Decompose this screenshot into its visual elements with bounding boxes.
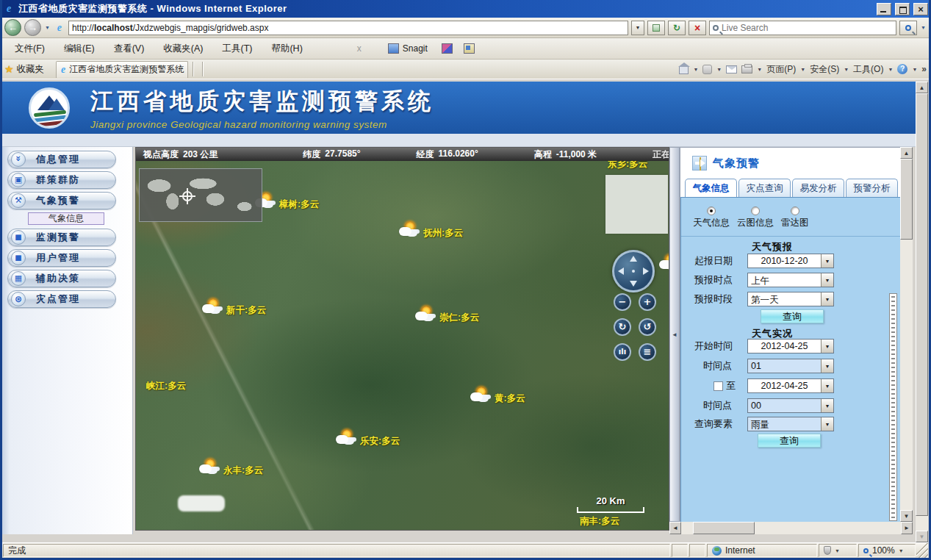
map-viewport[interactable]: 视点高度203 公里 纬度27.7585° 经度116.0260° 高程-11,… bbox=[135, 147, 669, 531]
scrollbar-track[interactable] bbox=[681, 522, 901, 534]
mail-icon[interactable] bbox=[726, 65, 737, 73]
scrollbar-thumb[interactable] bbox=[693, 522, 755, 534]
search-go-button[interactable] bbox=[899, 21, 917, 35]
feed-dropdown-icon[interactable] bbox=[716, 67, 722, 72]
rotate-ccw-button[interactable]: ↺ bbox=[639, 318, 656, 336]
rotate-cw-button[interactable]: ↻ bbox=[614, 318, 631, 336]
help-icon[interactable]: ? bbox=[897, 64, 907, 74]
actual-start-date-select[interactable]: 2012-04-25 bbox=[747, 339, 834, 353]
snagit-capture-icon[interactable] bbox=[442, 43, 453, 54]
forecast-query-button[interactable]: 查询 bbox=[761, 309, 824, 323]
minimize-button[interactable] bbox=[877, 3, 891, 15]
history-dropdown-icon[interactable] bbox=[44, 25, 51, 30]
weather-marker[interactable]: 樟树:多云 bbox=[255, 193, 319, 211]
overflow-chevron-icon[interactable]: » bbox=[921, 64, 927, 74]
sidebar-item-user-management[interactable]: 用户管理 bbox=[7, 249, 116, 267]
to-date-checkbox[interactable] bbox=[713, 381, 723, 391]
zoom-out-button[interactable]: − bbox=[614, 293, 631, 311]
help-dropdown-icon[interactable] bbox=[912, 67, 917, 72]
dropdown-arrow-icon[interactable] bbox=[821, 273, 833, 287]
dropdown-arrow-icon[interactable] bbox=[821, 379, 833, 392]
start-date-select[interactable]: 2010-12-20 bbox=[747, 254, 834, 268]
sidebar-item-disaster-point-management[interactable]: 灾点管理 bbox=[7, 290, 116, 308]
toolbar-close-x[interactable]: x bbox=[350, 43, 369, 54]
print-dropdown-icon[interactable] bbox=[757, 67, 762, 72]
scrollbar-thumb[interactable] bbox=[900, 159, 913, 240]
tab-susceptibility-analysis[interactable]: 易发分析 bbox=[792, 179, 844, 197]
weather-marker[interactable]: 黄:多云 bbox=[470, 387, 525, 405]
menu-help[interactable]: 帮助(H) bbox=[262, 40, 311, 57]
search-box[interactable] bbox=[709, 21, 896, 35]
favorites-label[interactable]: 收藏夹 bbox=[17, 63, 45, 76]
weather-marker[interactable]: 抚州:多云 bbox=[399, 222, 463, 240]
scroll-up-button[interactable] bbox=[916, 82, 928, 93]
overview-map-inset[interactable] bbox=[139, 168, 262, 222]
printer-icon[interactable] bbox=[741, 65, 752, 73]
weather-marker[interactable]: 峡江:多云 bbox=[146, 380, 186, 392]
dropdown-arrow-icon[interactable] bbox=[821, 340, 833, 353]
scroll-down-button[interactable] bbox=[900, 510, 913, 522]
weather-marker[interactable] bbox=[659, 255, 669, 273]
dropdown-arrow-icon[interactable] bbox=[821, 399, 833, 412]
scroll-left-button[interactable] bbox=[669, 522, 681, 534]
weather-marker[interactable]: 崇仁:多云 bbox=[415, 306, 479, 324]
sidebar-item-monitoring-warning[interactable]: 监测预警 bbox=[7, 229, 116, 246]
weather-marker[interactable]: 新干:多云 bbox=[202, 299, 266, 317]
radio-cloud-image[interactable]: 云图信息 bbox=[737, 207, 774, 229]
favorites-star-icon[interactable]: ★ bbox=[4, 63, 14, 75]
forecast-period-select[interactable]: 第一天 bbox=[747, 292, 834, 306]
weather-marker[interactable]: 南丰:多云 bbox=[580, 515, 619, 528]
protected-mode-cell[interactable] bbox=[819, 544, 857, 557]
menu-favorites[interactable]: 收藏夹(A) bbox=[154, 40, 212, 57]
back-button[interactable]: ← bbox=[4, 19, 21, 36]
browser-tab[interactable]: e 江西省地质灾害监测预警系统 bbox=[56, 61, 188, 78]
layers-button[interactable]: ≡ bbox=[639, 343, 656, 361]
security-dropdown-icon[interactable] bbox=[844, 67, 849, 72]
url-dropdown-button[interactable] bbox=[631, 21, 644, 35]
search-input[interactable] bbox=[722, 23, 893, 33]
weather-marker[interactable]: 乐安:多云 bbox=[336, 430, 400, 448]
tools-dropdown-icon[interactable] bbox=[888, 67, 893, 72]
sidebar-item-weather-warning[interactable]: 气象预警 bbox=[7, 192, 116, 209]
menu-file[interactable]: 文件(F) bbox=[6, 40, 54, 57]
start-hour-select[interactable]: 01 bbox=[747, 359, 834, 373]
forward-button[interactable]: → bbox=[24, 19, 41, 36]
zoom-control[interactable]: 100% bbox=[858, 544, 916, 557]
zoom-in-button[interactable]: + bbox=[639, 293, 656, 311]
snagit-toolbar[interactable]: Snagit bbox=[388, 43, 475, 54]
page-dropdown-icon[interactable] bbox=[800, 67, 805, 72]
home-icon[interactable] bbox=[679, 66, 689, 74]
tab-warning-analysis[interactable]: 预警分析 bbox=[846, 179, 898, 197]
dropdown-arrow-icon[interactable] bbox=[821, 417, 833, 431]
end-hour-select[interactable]: 00 bbox=[747, 398, 834, 413]
weather-marker[interactable]: 永丰:多云 bbox=[199, 459, 263, 477]
scroll-up-button[interactable] bbox=[900, 147, 913, 159]
map-pan-control[interactable] bbox=[612, 250, 655, 292]
end-date-select[interactable]: 2012-04-25 bbox=[747, 378, 834, 393]
scroll-right-button[interactable] bbox=[901, 522, 913, 534]
menu-view[interactable]: 查看(V) bbox=[105, 40, 154, 57]
radio-radar-image[interactable]: 雷达图 bbox=[781, 207, 809, 229]
dropdown-arrow-icon[interactable] bbox=[821, 359, 833, 373]
sidebar-item-group-prevention[interactable]: 群策群防 bbox=[7, 171, 116, 189]
dropdown-arrow-icon[interactable] bbox=[821, 254, 833, 268]
sidebar-item-info-management[interactable]: 信息管理 bbox=[7, 151, 116, 168]
security-menu[interactable]: 安全(S) bbox=[810, 63, 839, 76]
rss-feed-icon[interactable] bbox=[702, 65, 712, 74]
scroll-down-button[interactable] bbox=[916, 531, 928, 542]
page-menu[interactable]: 页面(P) bbox=[766, 63, 796, 76]
resize-grip[interactable] bbox=[916, 543, 928, 558]
tools-menu[interactable]: 工具(O) bbox=[853, 63, 883, 76]
stop-button[interactable]: × bbox=[689, 21, 706, 35]
scrollbar-thumb[interactable] bbox=[916, 93, 928, 516]
refresh-button[interactable]: ↻ bbox=[668, 21, 686, 35]
home-dropdown-icon[interactable] bbox=[693, 67, 698, 72]
menu-tools[interactable]: 工具(T) bbox=[213, 40, 261, 57]
close-button[interactable] bbox=[913, 3, 928, 15]
menu-edit[interactable]: 编辑(E) bbox=[55, 40, 104, 57]
panel-splitter[interactable] bbox=[669, 147, 680, 522]
compatibility-view-button[interactable] bbox=[647, 21, 665, 35]
query-element-select[interactable]: 雨量 bbox=[747, 417, 834, 431]
dropdown-arrow-icon[interactable] bbox=[821, 292, 833, 306]
search-options-dropdown-icon[interactable] bbox=[920, 25, 927, 30]
